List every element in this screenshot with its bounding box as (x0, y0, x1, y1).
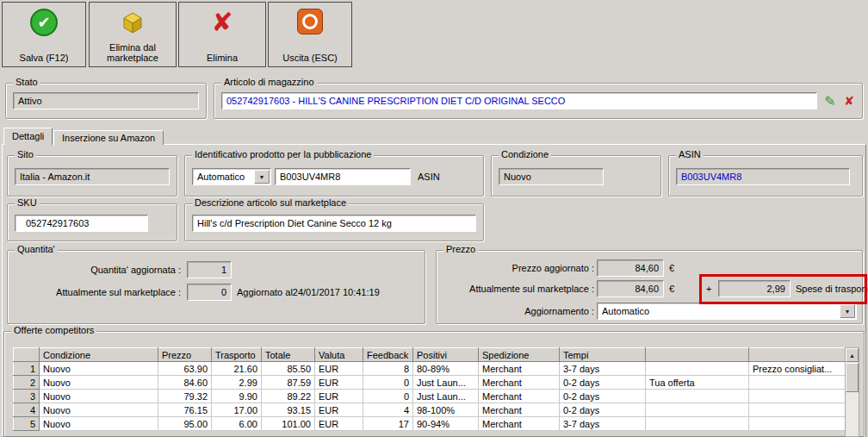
condizione-field: Nuovo (499, 168, 604, 185)
chevron-down-icon[interactable]: ▼ (254, 170, 270, 184)
clear-article-icon[interactable]: ✘ (841, 93, 857, 109)
cell: Just Laun... (413, 376, 479, 390)
scrollbar-thumb[interactable] (846, 363, 859, 392)
identificativo-value-field[interactable]: B003UV4MR8 (275, 168, 411, 185)
descrizione-group: Descrizione articolo sul marketplace Hil… (184, 203, 484, 241)
column-header[interactable] (646, 348, 749, 362)
cell: 84.60 (158, 376, 212, 390)
column-header[interactable]: Prezzo (158, 348, 212, 362)
condizione-group: Condizione Nuovo (491, 155, 661, 197)
exit-button[interactable]: Uscita (ESC) (268, 2, 352, 67)
column-header[interactable]: Condizione (40, 348, 158, 362)
column-header[interactable]: Totale (262, 348, 315, 362)
cell: 0 (363, 376, 413, 390)
stato-group: Stato Attivo (5, 83, 207, 119)
cell: Tua offerta (646, 376, 749, 390)
descrizione-field[interactable]: Hill's c/d Prescription Diet Canine Secc… (192, 215, 476, 232)
exit-power-icon (297, 9, 323, 34)
aggiornamento-value: Automatico (602, 306, 649, 316)
cell: 93.15 (262, 403, 315, 417)
stato-legend: Stato (13, 77, 40, 87)
cell: 4 (14, 403, 40, 417)
aggiornamento-label: Aggiornamento : (441, 303, 594, 320)
cell: Nuovo (40, 376, 158, 390)
shipping-cost-field[interactable]: 2,99 (718, 280, 790, 297)
cell: 87.59 (262, 376, 315, 390)
delete-from-marketplace-label: Elimina dal marketplace (96, 42, 169, 63)
cell: 4 (363, 403, 413, 417)
table-row[interactable]: 3Nuovo79.329.9089.22EUR0Just Laun...Merc… (14, 390, 846, 403)
cell (749, 376, 846, 390)
scroll-up-button[interactable]: ▲ (846, 348, 859, 362)
cell: 1 (14, 362, 40, 376)
sku-legend: SKU (15, 197, 40, 208)
cell: Just Laun... (413, 390, 479, 403)
column-header[interactable]: Valuta (315, 348, 363, 362)
articolo-group: Articolo di magazzino 052742917603 - HIL… (214, 83, 863, 119)
tab-dettagli[interactable]: Dettagli (3, 128, 53, 145)
sku-field[interactable]: 052742917603 (15, 215, 148, 232)
competitors-grid-wrap: CondizionePrezzoTrasportoTotaleValutaFee… (13, 347, 846, 431)
table-row[interactable]: 5Nuovo95.006.00101.00EUR1790-94%Merchant… (14, 417, 846, 431)
column-header[interactable]: Spedizione (479, 348, 560, 362)
sito-field: Italia - Amazon.it (15, 168, 170, 185)
cell: EUR (315, 403, 363, 417)
cell (749, 403, 846, 417)
condizione-legend: Condizione (499, 149, 551, 159)
aggiornamento-select[interactable]: Automatico ▼ (597, 303, 857, 320)
chevron-down-icon[interactable]: ▼ (840, 304, 855, 318)
cell: 21.60 (212, 362, 262, 376)
prezzo-aggiornato-label: Prezzo aggiornato : (441, 259, 594, 277)
cell (646, 390, 749, 403)
column-header[interactable]: Positivi (413, 348, 479, 362)
quantita-aggiornata-label: Quantita' aggiornata : (12, 261, 181, 278)
cell (749, 390, 846, 403)
cell: 101.00 (262, 417, 315, 431)
quantita-legend: Quantita' (15, 244, 58, 254)
sito-legend: Sito (15, 149, 36, 159)
tab-inserzione-amazon[interactable]: Inserzione su Amazon (53, 130, 164, 145)
column-header[interactable]: Feedback (363, 348, 413, 362)
edit-article-icon[interactable]: ✎ (822, 93, 838, 109)
cell: 17.00 (212, 403, 262, 417)
cell: 0 (363, 390, 413, 403)
delete-button[interactable]: ✘ Elimina (178, 2, 266, 67)
quantita-group: Quantita' Quantita' aggiornata : 1 Attua… (7, 250, 425, 324)
cell: 95.00 (158, 417, 212, 431)
prezzo-marketplace-label: Attualmente sul marketplace : (441, 280, 594, 297)
cell (646, 362, 749, 376)
column-header[interactable] (14, 348, 40, 362)
sku-group: SKU 052742917603 (7, 203, 177, 241)
cell: Merchant (479, 362, 560, 376)
identificativo-mode-value: Automatico (197, 172, 245, 182)
cell: 76.15 (158, 403, 212, 417)
asin-field: B003UV4MR8 (676, 168, 850, 185)
prezzo-marketplace-field: 84,60 (597, 280, 664, 297)
cell: 63.90 (158, 362, 212, 376)
cell (646, 403, 749, 417)
cell: EUR (315, 417, 363, 431)
cell: 89.22 (262, 390, 315, 403)
identificativo-mode-select[interactable]: Automatico ▼ (192, 168, 271, 185)
table-row[interactable]: 4Nuovo76.1517.0093.15EUR498-100%Merchant… (14, 403, 846, 417)
cell: 80-89% (413, 362, 479, 376)
delete-button-label: Elimina (207, 53, 238, 63)
cell: Merchant (479, 390, 560, 403)
identificativo-group: Identificativo prodotto per la pubblicaz… (184, 155, 484, 197)
cell: 0-2 days (560, 376, 646, 390)
save-button[interactable]: ✔ Salva (F12) (2, 2, 86, 67)
articolo-field[interactable]: 052742917603 - HILL'S CANINE PRESCRIPTIO… (221, 92, 817, 109)
cell: Nuovo (40, 390, 158, 403)
column-header[interactable] (749, 348, 846, 362)
column-header[interactable]: Tempi (560, 348, 646, 362)
cell: 0-2 days (560, 403, 646, 417)
quantita-marketplace-field: 0 (187, 284, 232, 301)
asin-legend: ASIN (676, 149, 704, 159)
table-row[interactable]: 1Nuovo63.9021.6085.50EUR880-89%Merchant3… (14, 362, 846, 376)
table-row[interactable]: 2Nuovo84.602.9987.59EUR0Just Laun...Merc… (14, 376, 846, 390)
cell: 8 (363, 362, 413, 376)
delete-from-marketplace-button[interactable]: Elimina dal marketplace (89, 2, 177, 67)
vertical-scrollbar[interactable]: ▲ (845, 347, 859, 437)
cell: 9.90 (212, 390, 262, 403)
column-header[interactable]: Trasporto (212, 348, 262, 362)
